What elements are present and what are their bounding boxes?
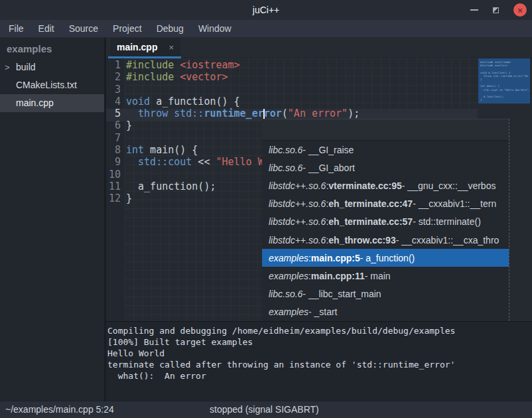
source-location: eh_terminate.cc:57 bbox=[328, 216, 413, 227]
tab-bar: main.cpp × bbox=[106, 38, 532, 58]
code-segment: throw bbox=[138, 107, 168, 119]
code-text: std::cout << "Hello W bbox=[123, 156, 264, 168]
terminal-output: Compiling and debugging /home/eidheim/ex… bbox=[106, 321, 532, 401]
file-label: CMakeLists.txt bbox=[16, 80, 77, 90]
backtrace-popup-header bbox=[262, 119, 509, 141]
menu-item-edit[interactable]: Edit bbox=[36, 22, 56, 35]
code-text: a_function(); bbox=[123, 180, 216, 192]
source-location: vterminate.cc:95 bbox=[328, 180, 402, 191]
file-location-status: ~/examples/main.cpp 5:24 bbox=[5, 404, 114, 415]
backtrace-item[interactable]: examples:main.cpp:11 - main bbox=[262, 267, 509, 285]
code-text bbox=[123, 169, 126, 180]
line-number: 1 bbox=[106, 59, 123, 71]
code-segment: <iostream> bbox=[180, 59, 239, 71]
library-name: examples bbox=[269, 253, 308, 263]
code-line-4[interactable]: 4void a_function() { bbox=[106, 96, 532, 107]
line-number: 6 bbox=[106, 119, 123, 131]
code-line-2[interactable]: 2#include <vector> bbox=[106, 71, 532, 83]
source-location: main.cpp:5 bbox=[311, 253, 360, 263]
code-preview-thumbnail: #include <iostream>#include <vector> voi… bbox=[478, 58, 530, 104]
backtrace-item[interactable]: libc.so.6 - __GI_abort bbox=[262, 159, 509, 176]
menu-item-source[interactable]: Source bbox=[67, 22, 100, 35]
code-segment bbox=[126, 156, 138, 168]
menu-item-file[interactable]: File bbox=[7, 22, 26, 35]
backtrace-item[interactable]: libstdc++.so.6:vterminate.cc:95 - __gnu_… bbox=[262, 176, 509, 194]
library-name: examples bbox=[269, 307, 308, 317]
sidebar-item-build[interactable]: >build bbox=[0, 58, 104, 76]
backtrace-list: libc.so.6 - __GI_raiselibc.so.6 - __GI_a… bbox=[262, 141, 509, 321]
line-number: 9 bbox=[106, 156, 123, 168]
line-number: 12 bbox=[106, 192, 123, 204]
code-text: } bbox=[123, 192, 132, 204]
code-text: #include <iostream> bbox=[123, 59, 240, 71]
title-bar[interactable]: juCi++ × bbox=[0, 0, 532, 20]
minimize-icon[interactable] bbox=[470, 9, 478, 11]
library-name: libstdc++.so.6 bbox=[269, 235, 326, 245]
code-segment bbox=[174, 71, 180, 83]
code-segment: void bbox=[126, 96, 150, 107]
line-number: 5 bbox=[106, 107, 123, 119]
close-icon[interactable]: × bbox=[513, 3, 527, 17]
project-root-label: examples bbox=[0, 38, 104, 58]
backtrace-item[interactable]: libstdc++.so.6:eh_terminate.cc:47 - __cx… bbox=[262, 195, 509, 213]
library-name: libc.so.6 bbox=[269, 163, 302, 173]
menu-item-window[interactable]: Window bbox=[196, 22, 233, 35]
file-label: build bbox=[16, 62, 36, 72]
terminal-line: Compiling and debugging /home/eidheim/ex… bbox=[107, 325, 532, 336]
main-area: examples >buildCMakeLists.txtmain.cpp ma… bbox=[0, 38, 532, 401]
line-number: 10 bbox=[106, 169, 123, 180]
code-segment: "An error" bbox=[288, 107, 348, 119]
line-number: 4 bbox=[106, 96, 123, 107]
expand-chevron-icon[interactable]: > bbox=[5, 58, 10, 76]
preview-line: } bbox=[480, 98, 530, 102]
backtrace-item[interactable]: examples:main.cpp:5 - a_function() bbox=[262, 249, 509, 267]
juci-window: juCi++ × FileEditSourceProjectDebugWindo… bbox=[0, 0, 532, 418]
code-text bbox=[123, 84, 126, 96]
code-editor[interactable]: 1#include <iostream>2#include <vector>34… bbox=[106, 58, 532, 321]
code-segment: int bbox=[126, 144, 144, 156]
backtrace-item[interactable]: libstdc++.so.6:eh_throw.cc:93 - __cxxabi… bbox=[262, 231, 509, 249]
menu-item-debug[interactable]: Debug bbox=[155, 22, 186, 35]
code-line-5[interactable]: 5 throw std::runtime_error("An error"); bbox=[106, 107, 532, 119]
backtrace-item[interactable]: examples - _start bbox=[262, 303, 509, 321]
tab-label: main.cpp bbox=[117, 42, 157, 52]
window-title: juCi++ bbox=[253, 5, 279, 15]
menu-item-project[interactable]: Project bbox=[111, 22, 144, 35]
source-location: eh_throw.cc:93 bbox=[328, 235, 395, 245]
code-text: } bbox=[123, 119, 132, 131]
code-segment: std::cout bbox=[138, 156, 192, 168]
code-line-1[interactable]: 1#include <iostream> bbox=[106, 59, 532, 71]
sidebar-item-cmakelists-txt[interactable]: CMakeLists.txt bbox=[0, 76, 104, 94]
debugger-status: stopped (signal SIGABRT) bbox=[210, 404, 319, 415]
code-line-3[interactable]: 3 bbox=[106, 84, 532, 96]
library-name: examples bbox=[269, 271, 308, 281]
code-segment: << bbox=[192, 156, 216, 168]
code-text: throw std::runtime_error("An error"); bbox=[123, 107, 360, 119]
code-segment: a_function(); bbox=[126, 180, 216, 192]
library-name: libstdc++.so.6 bbox=[269, 216, 326, 227]
code-segment: <vector> bbox=[180, 71, 228, 83]
code-segment bbox=[168, 107, 174, 119]
code-segment: } bbox=[126, 119, 132, 131]
line-number: 8 bbox=[106, 144, 123, 156]
code-segment: a_function() { bbox=[150, 96, 239, 107]
tab-close-icon[interactable]: × bbox=[168, 42, 174, 52]
code-segment: #include bbox=[126, 59, 174, 71]
terminal-line: terminate called after throwing an insta… bbox=[107, 359, 532, 370]
editor-column: main.cpp × 1#include <iostream>2#include… bbox=[106, 38, 532, 401]
backtrace-item[interactable]: libstdc++.so.6:eh_terminate.cc:57 - std:… bbox=[262, 213, 509, 231]
tab-main-cpp[interactable]: main.cpp × bbox=[110, 38, 180, 56]
backtrace-item[interactable]: libc.so.6 - __libc_start_main bbox=[262, 285, 509, 303]
sidebar-item-main-cpp[interactable]: main.cpp bbox=[0, 94, 104, 112]
terminal-line: Hello World bbox=[107, 348, 532, 359]
line-number: 7 bbox=[106, 132, 123, 144]
code-segment: ( bbox=[282, 107, 288, 119]
code-text: #include <vector> bbox=[123, 71, 228, 83]
backtrace-item[interactable]: libc.so.6 - __GI_raise bbox=[262, 141, 509, 159]
code-segment: "Hello W bbox=[216, 156, 263, 168]
backtrace-popup: libc.so.6 - __GI_raiselibc.so.6 - __GI_a… bbox=[262, 119, 509, 321]
code-text: void a_function() { bbox=[123, 96, 240, 107]
restore-icon[interactable] bbox=[493, 7, 499, 13]
status-bar: ~/examples/main.cpp 5:24 stopped (signal… bbox=[0, 401, 532, 418]
source-location: eh_terminate.cc:47 bbox=[328, 198, 413, 209]
